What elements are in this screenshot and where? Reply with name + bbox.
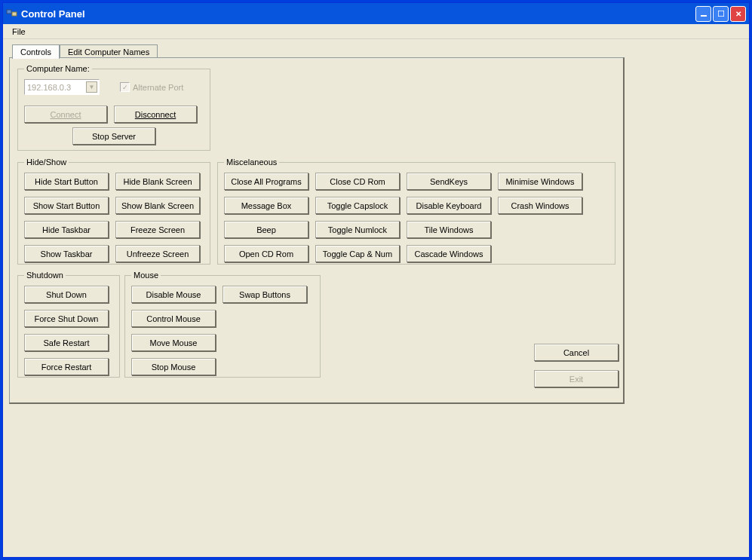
hide-taskbar-button[interactable]: Hide Taskbar: [24, 221, 109, 238]
force-shut-down-button[interactable]: Force Shut Down: [24, 310, 109, 327]
window-title: Control Panel: [21, 8, 85, 20]
open-cd-rom-button[interactable]: Open CD Rom: [224, 245, 308, 262]
cascade-windows-button[interactable]: Cascade Windows: [407, 245, 491, 262]
check-icon: ✓: [120, 82, 130, 92]
disable-keyboard-button[interactable]: Disable Keyboard: [407, 197, 491, 214]
titlebar: Control Panel ✕: [3, 3, 749, 24]
tile-windows-button[interactable]: Tile Windows: [407, 221, 491, 238]
hide-start-button[interactable]: Hide Start Button: [24, 173, 109, 190]
exit-button[interactable]: Exit: [534, 370, 618, 387]
connect-button[interactable]: Connect: [24, 106, 107, 123]
group-computer-name: Computer Name: 192.168.0.3 ▼ ✓ Alternate…: [17, 64, 210, 151]
swap-buttons-button[interactable]: Swap Buttons: [223, 286, 307, 303]
menubar: File: [3, 24, 749, 39]
stop-server-button[interactable]: Stop Server: [72, 127, 155, 145]
stop-mouse-button[interactable]: Stop Mouse: [131, 358, 216, 375]
show-taskbar-button[interactable]: Show Taskbar: [24, 245, 109, 262]
computer-name-combo[interactable]: 192.168.0.3 ▼: [24, 79, 100, 95]
app-window: Control Panel ✕ File Controls Edit Compu…: [2, 2, 750, 558]
control-mouse-button[interactable]: Control Mouse: [131, 310, 216, 327]
tab-strip: Controls Edit Computer Names: [12, 44, 743, 58]
toggle-numlock-button[interactable]: Toggle Numlock: [315, 221, 400, 238]
minimize-button[interactable]: [695, 6, 711, 22]
unfreeze-screen-button[interactable]: Unfreeze Screen: [115, 245, 200, 262]
show-blank-screen-button[interactable]: Show Blank Screen: [115, 197, 200, 214]
group-miscellaneous: Miscelaneous Close All Programs Message …: [217, 158, 615, 265]
disconnect-button[interactable]: Disconnect: [114, 106, 197, 123]
group-shutdown: Shutdown Shut Down Force Shut Down Safe …: [17, 271, 120, 378]
close-button[interactable]: ✕: [730, 6, 746, 22]
app-icon: [6, 8, 18, 20]
legend-miscellaneous: Miscelaneous: [224, 158, 279, 167]
freeze-screen-button[interactable]: Freeze Screen: [115, 221, 200, 238]
cancel-button[interactable]: Cancel: [534, 344, 618, 361]
close-cd-rom-button[interactable]: Close CD Rom: [315, 173, 400, 190]
computer-name-value: 192.168.0.3: [27, 83, 71, 92]
menu-file[interactable]: File: [8, 26, 30, 38]
disable-mouse-button[interactable]: Disable Mouse: [131, 286, 216, 303]
tab-controls[interactable]: Controls: [12, 44, 60, 59]
svg-rect-0: [7, 10, 11, 14]
svg-rect-3: [718, 11, 724, 17]
move-mouse-button[interactable]: Move Mouse: [131, 334, 216, 351]
group-hide-show: Hide/Show Hide Start Button Show Start B…: [17, 158, 210, 265]
show-start-button[interactable]: Show Start Button: [24, 197, 109, 214]
group-mouse: Mouse Disable Mouse Control Mouse Move M…: [124, 271, 321, 378]
close-all-programs-button[interactable]: Close All Programs: [224, 173, 308, 190]
legend-shutdown: Shutdown: [24, 271, 66, 280]
toggle-capslock-button[interactable]: Toggle Capslock: [315, 197, 400, 214]
legend-computer-name: Computer Name:: [24, 64, 92, 73]
legend-mouse: Mouse: [131, 271, 161, 280]
message-box-button[interactable]: Message Box: [224, 197, 308, 214]
sendkeys-button[interactable]: SendKeys: [407, 173, 491, 190]
maximize-button[interactable]: [713, 6, 729, 22]
client-area: Controls Edit Computer Names Computer Na…: [3, 39, 749, 557]
svg-rect-2: [701, 15, 707, 17]
safe-restart-button[interactable]: Safe Restart: [24, 334, 109, 351]
shut-down-button[interactable]: Shut Down: [24, 286, 109, 303]
beep-button[interactable]: Beep: [224, 221, 308, 238]
legend-hide-show: Hide/Show: [24, 158, 69, 167]
hide-blank-screen-button[interactable]: Hide Blank Screen: [115, 173, 200, 190]
force-restart-button[interactable]: Force Restart: [24, 358, 109, 375]
minimise-windows-button[interactable]: Minimise Windows: [498, 173, 582, 190]
svg-rect-1: [12, 12, 17, 16]
crash-windows-button[interactable]: Crash Windows: [498, 197, 582, 214]
tab-panel-controls: Computer Name: 192.168.0.3 ▼ ✓ Alternate…: [9, 57, 625, 404]
alternate-port-checkbox[interactable]: ✓ Alternate Port: [120, 82, 183, 92]
chevron-down-icon: ▼: [86, 81, 97, 93]
alternate-port-label: Alternate Port: [133, 83, 183, 92]
toggle-cap-num-button[interactable]: Toggle Cap & Num: [315, 245, 400, 262]
